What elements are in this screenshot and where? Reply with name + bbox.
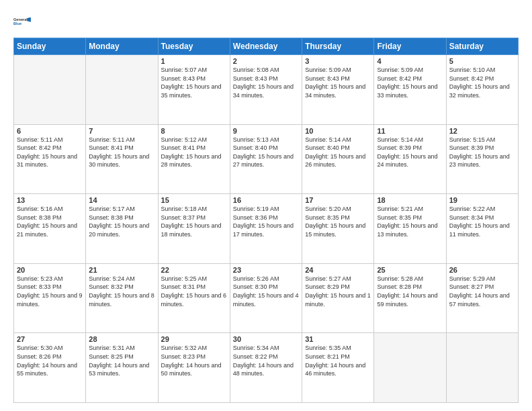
svg-text:Blue: Blue bbox=[13, 21, 21, 26]
calendar-cell: 2Sunrise: 5:08 AMSunset: 8:43 PMDaylight… bbox=[230, 55, 302, 125]
calendar-cell: 14Sunrise: 5:17 AMSunset: 8:38 PMDayligh… bbox=[86, 194, 158, 264]
day-number: 12 bbox=[449, 127, 515, 135]
calendar-cell: 7Sunrise: 5:11 AMSunset: 8:41 PMDaylight… bbox=[86, 124, 158, 194]
day-number: 31 bbox=[305, 335, 371, 343]
day-number: 14 bbox=[89, 196, 154, 204]
calendar-cell: 31Sunrise: 5:35 AMSunset: 8:21 PMDayligh… bbox=[302, 333, 374, 403]
calendar-week-row: 20Sunrise: 5:23 AMSunset: 8:33 PMDayligh… bbox=[14, 263, 519, 333]
svg-text:General: General bbox=[13, 17, 28, 21]
day-number: 6 bbox=[17, 127, 83, 135]
day-info: Sunrise: 5:21 AMSunset: 8:35 PMDaylight:… bbox=[377, 205, 443, 238]
weekday-header: Wednesday bbox=[230, 38, 302, 55]
logo: GeneralBlue bbox=[13, 12, 32, 31]
calendar-cell: 28Sunrise: 5:31 AMSunset: 8:25 PMDayligh… bbox=[86, 333, 158, 403]
day-info: Sunrise: 5:30 AMSunset: 8:26 PMDaylight:… bbox=[17, 344, 83, 377]
day-info: Sunrise: 5:23 AMSunset: 8:33 PMDaylight:… bbox=[17, 275, 83, 308]
day-number: 21 bbox=[89, 266, 154, 274]
svg-marker-2 bbox=[27, 17, 31, 22]
calendar-cell: 22Sunrise: 5:25 AMSunset: 8:31 PMDayligh… bbox=[158, 263, 230, 333]
calendar-cell: 24Sunrise: 5:27 AMSunset: 8:29 PMDayligh… bbox=[302, 263, 374, 333]
day-info: Sunrise: 5:14 AMSunset: 8:39 PMDaylight:… bbox=[377, 136, 443, 169]
day-info: Sunrise: 5:22 AMSunset: 8:34 PMDaylight:… bbox=[449, 205, 515, 238]
calendar-cell: 6Sunrise: 5:11 AMSunset: 8:42 PMDaylight… bbox=[14, 124, 86, 194]
day-number: 27 bbox=[17, 335, 83, 343]
calendar-cell: 17Sunrise: 5:20 AMSunset: 8:35 PMDayligh… bbox=[302, 194, 374, 264]
calendar-cell: 10Sunrise: 5:14 AMSunset: 8:40 PMDayligh… bbox=[302, 124, 374, 194]
day-number: 2 bbox=[233, 57, 299, 65]
weekday-header: Tuesday bbox=[158, 38, 230, 55]
day-number: 11 bbox=[377, 127, 443, 135]
day-info: Sunrise: 5:26 AMSunset: 8:30 PMDaylight:… bbox=[233, 275, 299, 308]
day-info: Sunrise: 5:15 AMSunset: 8:39 PMDaylight:… bbox=[449, 136, 515, 169]
calendar-cell: 4Sunrise: 5:09 AMSunset: 8:42 PMDaylight… bbox=[374, 55, 446, 125]
day-info: Sunrise: 5:35 AMSunset: 8:21 PMDaylight:… bbox=[305, 344, 371, 377]
calendar-cell: 18Sunrise: 5:21 AMSunset: 8:35 PMDayligh… bbox=[374, 194, 446, 264]
day-info: Sunrise: 5:10 AMSunset: 8:42 PMDaylight:… bbox=[449, 66, 515, 99]
day-number: 20 bbox=[17, 266, 83, 274]
calendar-cell: 12Sunrise: 5:15 AMSunset: 8:39 PMDayligh… bbox=[446, 124, 518, 194]
day-number: 29 bbox=[161, 335, 227, 343]
calendar-cell: 11Sunrise: 5:14 AMSunset: 8:39 PMDayligh… bbox=[374, 124, 446, 194]
calendar-cell: 3Sunrise: 5:09 AMSunset: 8:43 PMDaylight… bbox=[302, 55, 374, 125]
calendar-cell: 1Sunrise: 5:07 AMSunset: 8:43 PMDaylight… bbox=[158, 55, 230, 125]
day-info: Sunrise: 5:08 AMSunset: 8:43 PMDaylight:… bbox=[233, 66, 299, 99]
day-info: Sunrise: 5:17 AMSunset: 8:38 PMDaylight:… bbox=[89, 205, 154, 238]
day-info: Sunrise: 5:16 AMSunset: 8:38 PMDaylight:… bbox=[17, 205, 83, 238]
calendar-cell: 13Sunrise: 5:16 AMSunset: 8:38 PMDayligh… bbox=[14, 194, 86, 264]
calendar-week-row: 13Sunrise: 5:16 AMSunset: 8:38 PMDayligh… bbox=[14, 194, 519, 264]
day-info: Sunrise: 5:24 AMSunset: 8:32 PMDaylight:… bbox=[89, 275, 154, 308]
day-number: 19 bbox=[449, 196, 515, 204]
day-number: 25 bbox=[377, 266, 443, 274]
calendar-cell: 19Sunrise: 5:22 AMSunset: 8:34 PMDayligh… bbox=[446, 194, 518, 264]
calendar-cell: 25Sunrise: 5:28 AMSunset: 8:28 PMDayligh… bbox=[374, 263, 446, 333]
day-info: Sunrise: 5:07 AMSunset: 8:43 PMDaylight:… bbox=[161, 66, 227, 99]
day-info: Sunrise: 5:32 AMSunset: 8:23 PMDaylight:… bbox=[161, 344, 227, 377]
day-info: Sunrise: 5:29 AMSunset: 8:27 PMDaylight:… bbox=[449, 275, 515, 308]
weekday-header: Thursday bbox=[302, 38, 374, 55]
day-number: 28 bbox=[89, 335, 154, 343]
day-number: 10 bbox=[305, 127, 371, 135]
calendar-cell bbox=[14, 55, 86, 125]
calendar-cell: 15Sunrise: 5:18 AMSunset: 8:37 PMDayligh… bbox=[158, 194, 230, 264]
calendar-cell: 26Sunrise: 5:29 AMSunset: 8:27 PMDayligh… bbox=[446, 263, 518, 333]
calendar-cell: 20Sunrise: 5:23 AMSunset: 8:33 PMDayligh… bbox=[14, 263, 86, 333]
day-number: 16 bbox=[233, 196, 299, 204]
page: GeneralBlue SundayMondayTuesdayWednesday… bbox=[0, 0, 532, 411]
day-info: Sunrise: 5:27 AMSunset: 8:29 PMDaylight:… bbox=[305, 275, 371, 308]
calendar-header-row: SundayMondayTuesdayWednesdayThursdayFrid… bbox=[14, 38, 519, 55]
day-info: Sunrise: 5:11 AMSunset: 8:41 PMDaylight:… bbox=[89, 136, 154, 169]
calendar-week-row: 27Sunrise: 5:30 AMSunset: 8:26 PMDayligh… bbox=[14, 333, 519, 403]
day-number: 24 bbox=[305, 266, 371, 274]
day-number: 23 bbox=[233, 266, 299, 274]
calendar-cell: 16Sunrise: 5:19 AMSunset: 8:36 PMDayligh… bbox=[230, 194, 302, 264]
calendar-cell bbox=[86, 55, 158, 125]
day-number: 7 bbox=[89, 127, 154, 135]
calendar-cell: 27Sunrise: 5:30 AMSunset: 8:26 PMDayligh… bbox=[14, 333, 86, 403]
weekday-header: Sunday bbox=[14, 38, 86, 55]
calendar-cell: 23Sunrise: 5:26 AMSunset: 8:30 PMDayligh… bbox=[230, 263, 302, 333]
day-number: 18 bbox=[377, 196, 443, 204]
calendar-cell: 9Sunrise: 5:13 AMSunset: 8:40 PMDaylight… bbox=[230, 124, 302, 194]
day-number: 22 bbox=[161, 266, 227, 274]
logo-icon: GeneralBlue bbox=[13, 12, 32, 31]
day-info: Sunrise: 5:11 AMSunset: 8:42 PMDaylight:… bbox=[17, 136, 83, 169]
weekday-header: Friday bbox=[374, 38, 446, 55]
day-info: Sunrise: 5:13 AMSunset: 8:40 PMDaylight:… bbox=[233, 136, 299, 169]
day-number: 30 bbox=[233, 335, 299, 343]
day-info: Sunrise: 5:25 AMSunset: 8:31 PMDaylight:… bbox=[161, 275, 227, 308]
weekday-header: Saturday bbox=[446, 38, 518, 55]
day-info: Sunrise: 5:09 AMSunset: 8:43 PMDaylight:… bbox=[305, 66, 371, 99]
day-info: Sunrise: 5:31 AMSunset: 8:25 PMDaylight:… bbox=[89, 344, 154, 377]
calendar-cell bbox=[374, 333, 446, 403]
weekday-header: Monday bbox=[86, 38, 158, 55]
calendar-cell: 8Sunrise: 5:12 AMSunset: 8:41 PMDaylight… bbox=[158, 124, 230, 194]
calendar-week-row: 1Sunrise: 5:07 AMSunset: 8:43 PMDaylight… bbox=[14, 55, 519, 125]
calendar-cell: 30Sunrise: 5:34 AMSunset: 8:22 PMDayligh… bbox=[230, 333, 302, 403]
day-info: Sunrise: 5:09 AMSunset: 8:42 PMDaylight:… bbox=[377, 66, 443, 99]
calendar-cell: 29Sunrise: 5:32 AMSunset: 8:23 PMDayligh… bbox=[158, 333, 230, 403]
day-info: Sunrise: 5:12 AMSunset: 8:41 PMDaylight:… bbox=[161, 136, 227, 169]
calendar-cell: 21Sunrise: 5:24 AMSunset: 8:32 PMDayligh… bbox=[86, 263, 158, 333]
day-number: 4 bbox=[377, 57, 443, 65]
day-info: Sunrise: 5:34 AMSunset: 8:22 PMDaylight:… bbox=[233, 344, 299, 377]
day-number: 26 bbox=[449, 266, 515, 274]
